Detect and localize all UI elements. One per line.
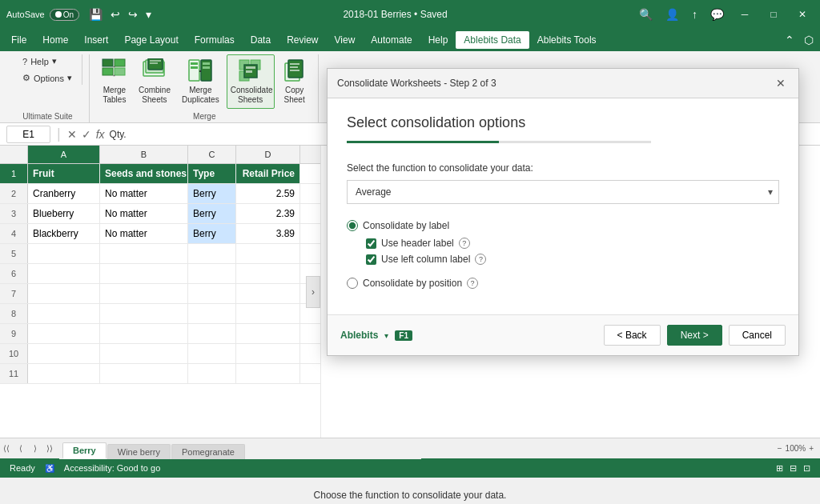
share-icon[interactable]: ↑ [689,6,701,22]
next-button[interactable]: Next > [667,325,722,346]
row-number-4[interactable]: 4 [0,224,28,243]
user-icon[interactable]: 👤 [662,6,682,22]
row-number-11[interactable]: 11 [0,364,28,383]
consolidate-sheets-button[interactable]: ConsolidateSheets [227,54,275,109]
menu-formulas[interactable]: Formulas [187,31,243,49]
cell-c4[interactable]: Berry [188,224,236,243]
title-bar: AutoSave On 💾 ↩ ↪ ▾ 2018-01 Berries • Sa… [0,0,820,29]
combine-sheets-button[interactable]: CombineSheets [135,54,175,109]
view-layout-icon[interactable]: ⊟ [790,463,797,474]
row-number-3[interactable]: 3 [0,204,28,223]
menu-data[interactable]: Data [243,31,279,49]
cancel-formula-icon[interactable]: ✕ [67,128,77,141]
autosave-toggle[interactable]: On [50,9,79,21]
back-button[interactable]: < Back [604,325,661,346]
cell-a1[interactable]: Fruit [28,164,100,183]
next-sheet-button[interactable]: ⟩ [29,442,42,455]
brand-dropdown-icon[interactable]: ▾ [384,331,388,340]
sheet-tab-wine-berry[interactable]: Wine berry [107,444,171,459]
cell-a3[interactable]: Blueberry [28,204,100,223]
use-header-label-text: Use header label [381,238,454,249]
row-number-1[interactable]: 1 [0,164,28,183]
last-sheet-button[interactable]: ⟩⟩ [43,442,56,455]
restore-button[interactable]: □ [762,3,785,26]
use-header-help-icon[interactable]: ? [459,238,470,249]
cell-d1[interactable]: Retail Price [236,164,300,183]
zoom-in-button[interactable]: + [809,444,814,453]
first-sheet-button[interactable]: ⟨⟨ [0,442,13,455]
cell-d3[interactable]: 2.39 [236,204,300,223]
cancel-button[interactable]: Cancel [729,325,786,346]
use-left-column-help-icon[interactable]: ? [475,254,486,265]
row-number-6[interactable]: 6 [0,264,28,283]
comments-icon[interactable]: 💬 [707,6,727,22]
col-header-a[interactable]: A [28,146,100,163]
menu-review[interactable]: Review [279,31,326,49]
row-number-8[interactable]: 8 [0,304,28,323]
sheet-tab-pomegranate[interactable]: Pomegranate [171,444,245,459]
dialog-close-button[interactable]: ✕ [773,75,789,91]
undo-icon[interactable]: ↩ [107,6,123,22]
scroll-right-arrow[interactable]: › [306,276,320,308]
zoom-out-button[interactable]: − [778,444,782,453]
menu-insert[interactable]: Insert [76,31,116,49]
help-button[interactable]: ? Help ▾ [19,54,75,68]
row-number-9[interactable]: 9 [0,324,28,343]
radio-by-position-input[interactable] [347,278,358,289]
menu-page-layout[interactable]: Page Layout [116,31,186,49]
copy-sheets-button[interactable]: CopySheet [278,54,312,109]
row-number-5[interactable]: 5 [0,244,28,263]
menu-view[interactable]: View [327,31,364,49]
cell-c2[interactable]: Berry [188,184,236,203]
search-icon[interactable]: 🔍 [636,6,656,22]
cell-b2[interactable]: No matter [100,184,188,203]
redo-icon[interactable]: ↪ [125,6,141,22]
cell-d2[interactable]: 2.59 [236,184,300,203]
share2-icon[interactable]: ⬡ [801,32,817,48]
col-header-b[interactable]: B [100,146,188,163]
prev-sheet-button[interactable]: ⟨ [14,442,27,455]
sheet-tab-berry[interactable]: Berry [62,442,107,459]
row-number-10[interactable]: 10 [0,344,28,363]
radio-group-consolidation: Consolidate by label Use header label ? … [347,220,779,289]
minimize-button[interactable]: ─ [734,3,756,26]
cell-d4[interactable]: 3.89 [236,224,300,243]
use-header-label-checkbox[interactable] [366,238,376,249]
collapse-ribbon-icon[interactable]: ⌃ [782,32,798,48]
cell-a2[interactable]: Cranberry [28,184,100,203]
menu-file[interactable]: File [3,31,34,49]
row-number-7[interactable]: 7 [0,284,28,303]
row-number-2[interactable]: 2 [0,184,28,203]
cell-b1[interactable]: Seeds and stones [100,164,188,183]
menu-automate[interactable]: Automate [363,31,420,49]
cell-b4[interactable]: No matter [100,224,188,243]
function-select[interactable]: Average Sum Count Max Min [347,180,779,204]
col-header-d[interactable]: D [236,146,300,163]
cell-a4[interactable]: Blackberry [28,224,100,243]
sheet-navigation: ⟨⟨ ⟨ ⟩ ⟩⟩ [0,442,56,455]
window-controls: 🔍 👤 ↑ 💬 ─ □ ✕ [636,3,814,26]
insert-function-icon[interactable]: fx [96,128,105,141]
radio-by-label-input[interactable] [347,220,358,231]
customize-icon[interactable]: ▾ [143,6,155,22]
merge-duplicates-button[interactable]: MergeDuplicates [178,54,223,109]
menu-help[interactable]: Help [420,31,456,49]
menu-ablebits-tools[interactable]: Ablebits Tools [529,31,605,49]
merge-tables-button[interactable]: MergeTables [98,54,131,109]
col-header-c[interactable]: C [188,146,236,163]
close-button[interactable]: ✕ [791,3,814,26]
options-button[interactable]: ⚙ Options ▾ [19,71,75,85]
radio-by-label-text: Consolidate by label [363,220,449,231]
cell-b3[interactable]: No matter [100,204,188,223]
cell-c1[interactable]: Type [188,164,236,183]
cell-c3[interactable]: Berry [188,204,236,223]
menu-ablebits-data[interactable]: Ablebits Data [456,31,529,49]
cell-reference-input[interactable]: E1 [6,126,50,143]
menu-home[interactable]: Home [34,31,76,49]
use-left-column-checkbox[interactable] [366,254,376,265]
view-normal-icon[interactable]: ⊞ [776,463,783,474]
save-icon[interactable]: 💾 [86,6,106,22]
enter-formula-icon[interactable]: ✓ [82,128,91,141]
view-break-icon[interactable]: ⊡ [803,463,810,474]
by-position-help-icon[interactable]: ? [467,278,478,289]
